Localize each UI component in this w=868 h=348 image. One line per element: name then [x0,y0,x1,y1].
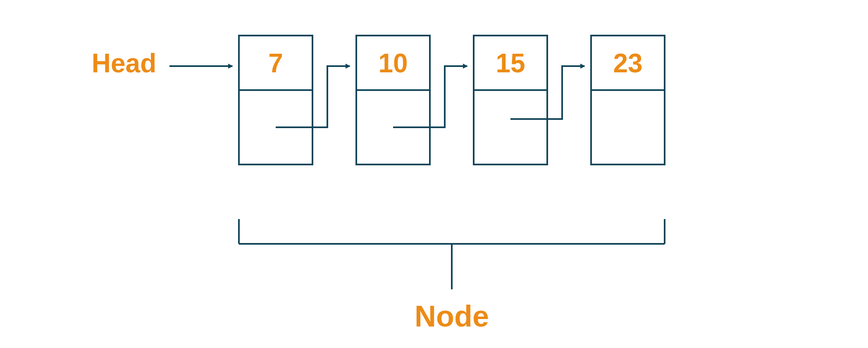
node-1-value: 7 [268,48,283,78]
node-4-value: 23 [613,48,642,78]
node-3-value: 15 [496,48,525,78]
node-label: Node [415,300,489,333]
linked-list-diagram: Head 7 10 15 23 Node [0,0,868,348]
node-1: 7 [239,36,312,164]
node-4: 23 [591,36,665,164]
node-2: 10 [356,36,430,164]
head-label: Head [92,48,157,78]
node-bracket [239,219,665,289]
node-2-value: 10 [378,48,408,78]
node-3: 15 [474,36,547,164]
